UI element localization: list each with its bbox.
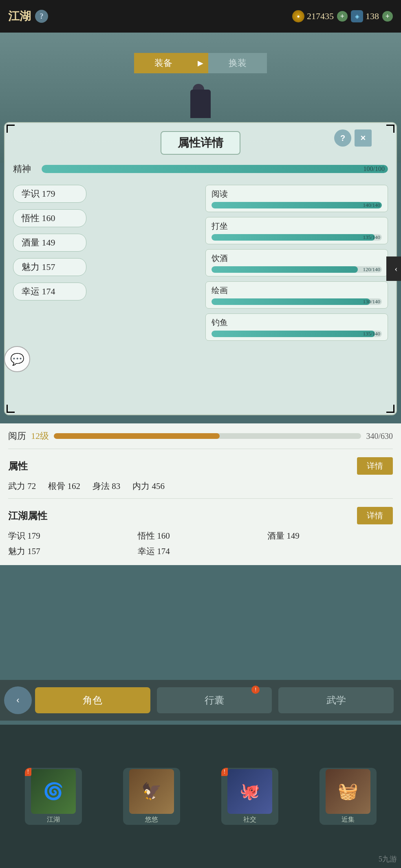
jianghu-jiuliang: 酒量 149 xyxy=(267,530,393,541)
currency2-value: 138 xyxy=(366,11,379,22)
spirit-bar: 100/100 xyxy=(42,165,388,173)
corner-bl xyxy=(7,405,15,413)
coin-icon: ● xyxy=(292,10,304,22)
attributes-header: 属性 详情 xyxy=(8,457,393,475)
bag-button[interactable]: 行囊 ! xyxy=(157,687,272,713)
stat-meili: 魅力 157 xyxy=(13,258,86,276)
jianghu-xueshi: 学识 179 xyxy=(8,530,134,541)
skill-meditation-bar: 135/140 xyxy=(212,234,382,241)
jianghu-detail-button[interactable]: 详情 xyxy=(357,507,393,524)
currency1-item: ● 217435 xyxy=(292,10,334,22)
skills-button[interactable]: 武学 xyxy=(278,687,394,713)
bag-badge: ! xyxy=(251,686,260,694)
skill-drinking: 饮酒 120/140 xyxy=(205,249,388,276)
attr-wuli: 武力 72 xyxy=(8,480,36,492)
attribute-detail-modal: 属性详情 ? × 精神 100/100 学识 179 悟性 160 酒量 149 xyxy=(4,122,397,415)
modal-title-bar: 属性详情 ? × xyxy=(13,131,388,155)
equipment-tab[interactable]: 装备 xyxy=(134,53,193,73)
modal-right-arrow[interactable]: ‹ xyxy=(386,256,401,281)
spirit-label: 精神 xyxy=(13,163,33,175)
gem-icon: ◈ xyxy=(351,10,363,22)
icon-slot-shejiao[interactable]: ! 🐙 社交 xyxy=(221,768,278,825)
modal-title: 属性详情 xyxy=(161,131,240,155)
stats-grid: 学识 179 悟性 160 酒量 149 魅力 157 幸运 174 xyxy=(13,185,388,341)
jianghu-header: 江湖属性 详情 xyxy=(8,507,393,524)
icon-badge-shejiao: ! xyxy=(221,768,228,776)
exp-bar xyxy=(54,433,361,439)
spirit-row: 精神 100/100 xyxy=(13,163,388,175)
divider xyxy=(8,498,393,499)
main-panel: 阅历 12级 340/630 属性 详情 武力 72 根骨 162 身法 83 … xyxy=(0,423,401,565)
jianghu-wuxing: 悟性 160 xyxy=(138,530,263,541)
bottom-nav: ‹ 角色 行囊 ! 武学 xyxy=(0,680,401,721)
top-left: 江湖 ? xyxy=(8,9,48,24)
corner-br xyxy=(386,405,394,413)
exp-label: 阅历 xyxy=(8,430,26,442)
jianghu-attrs: 学识 179 悟性 160 酒量 149 魅力 157 幸运 174 xyxy=(8,530,393,557)
attr-shenfa: 身法 83 xyxy=(93,480,120,492)
icon-badge-jianghu: ! xyxy=(25,768,32,776)
currency1-add-button[interactable]: + xyxy=(337,11,348,22)
character-figure xyxy=(188,90,213,122)
app-title: 江湖 xyxy=(8,9,31,24)
skill-drinking-bar: 120/140 xyxy=(212,266,382,273)
back-button[interactable]: ‹ xyxy=(4,686,32,714)
currency2-item: ◈ 138 xyxy=(351,10,379,22)
attr-neili: 内力 456 xyxy=(132,480,165,492)
icon-slot-jianghu[interactable]: ! 🌀 江湖 xyxy=(25,768,82,825)
attributes-title: 属性 xyxy=(8,460,28,473)
skill-painting: 绘画 130/140 xyxy=(205,281,388,309)
role-button[interactable]: 角色 xyxy=(35,687,150,713)
exp-value: 340/630 xyxy=(366,432,393,441)
stat-jiuliang: 酒量 149 xyxy=(13,234,86,252)
icon-slot-jiji[interactable]: 🧺 近集 xyxy=(319,768,377,825)
attr-gengu: 根骨 162 xyxy=(48,480,80,492)
jianghu-xingyun: 幸运 174 xyxy=(138,546,263,557)
chat-bubble-button[interactable]: 💬 xyxy=(4,346,30,372)
tab-row: 装备 ▶ 换装 xyxy=(134,53,267,73)
help-icon[interactable]: ? xyxy=(35,10,48,23)
skill-painting-bar: 130/140 xyxy=(212,298,382,305)
top-right: ● 217435 + ◈ 138 + xyxy=(292,10,393,22)
char-body xyxy=(190,90,211,118)
tab-arrow-icon[interactable]: ▶ xyxy=(193,53,208,73)
bottom-icons-row: ! 🌀 江湖 🦅 悠悠 ! 🐙 社交 🧺 近集 xyxy=(0,725,401,868)
skill-reading: 阅读 140/140 xyxy=(205,185,388,212)
jianghu-meili: 魅力 157 xyxy=(8,546,134,557)
modal-help-button[interactable]: ? xyxy=(334,129,351,147)
currency2-add-button[interactable]: + xyxy=(382,11,393,22)
spirit-bar-fill xyxy=(42,165,388,173)
watermark: 5九游 xyxy=(379,854,397,864)
exp-row: 阅历 12级 340/630 xyxy=(8,423,393,449)
stat-wuxing: 悟性 160 xyxy=(13,209,86,227)
exp-level: 12级 xyxy=(31,430,49,442)
attributes-detail-button[interactable]: 详情 xyxy=(357,457,393,475)
jianghu-title: 江湖属性 xyxy=(8,509,47,522)
skill-fishing-bar: 135/140 xyxy=(212,331,382,337)
icon-slot-youyou[interactable]: 🦅 悠悠 xyxy=(123,768,180,825)
stat-xingyun: 幸运 174 xyxy=(13,283,86,300)
attributes-row: 武力 72 根骨 162 身法 83 内力 456 xyxy=(8,480,393,492)
modal-close-button[interactable]: × xyxy=(355,129,372,147)
stat-right: 阅读 140/140 打坐 135/140 饮酒 120/140 xyxy=(205,185,388,341)
currency1-value: 217435 xyxy=(307,11,334,22)
stat-left: 学识 179 悟性 160 酒量 149 魅力 157 幸运 174 xyxy=(13,185,196,341)
stat-xueshi: 学识 179 xyxy=(13,185,86,203)
change-tab[interactable]: 换装 xyxy=(208,53,267,73)
spirit-value: 100/100 xyxy=(364,165,385,173)
top-bar: 江湖 ? ● 217435 + ◈ 138 + xyxy=(0,0,401,33)
skill-reading-bar: 140/140 xyxy=(212,202,382,208)
skill-meditation: 打坐 135/140 xyxy=(205,217,388,244)
skill-fishing: 钓鱼 135/140 xyxy=(205,313,388,341)
exp-bar-fill xyxy=(54,433,220,439)
